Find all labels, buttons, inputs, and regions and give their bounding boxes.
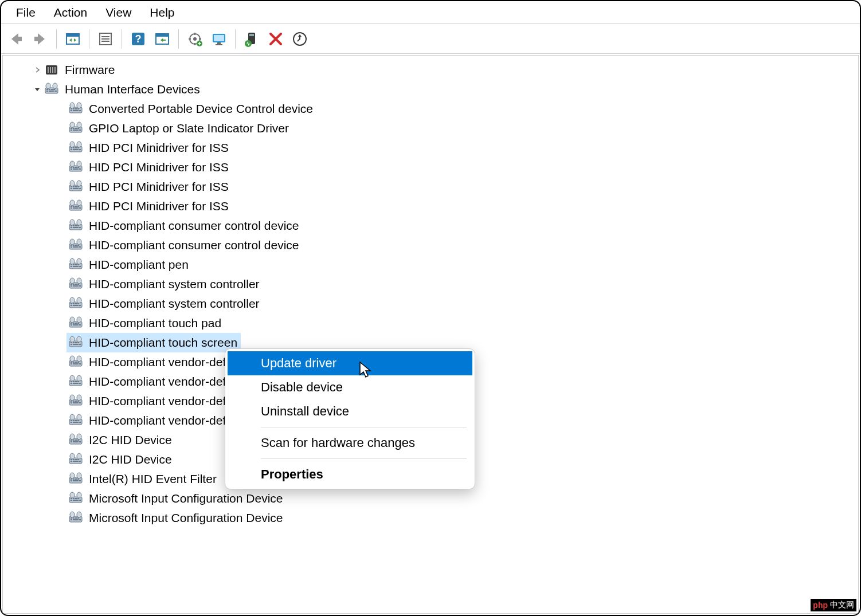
svg-rect-180	[75, 381, 77, 382]
tree-device-item[interactable]: HID-compliant system controller	[3, 294, 858, 313]
forward-button[interactable]	[31, 30, 49, 48]
context-menu-item[interactable]: Update driver	[228, 351, 472, 375]
svg-rect-70	[75, 167, 77, 168]
tree-device-item[interactable]: HID-compliant consumer control device	[3, 216, 858, 236]
svg-rect-224	[79, 461, 81, 462]
context-menu-separator	[261, 427, 467, 427]
hid-device-icon	[68, 374, 83, 389]
tree-device-item[interactable]: HID-compliant touch screen	[66, 333, 241, 352]
back-button[interactable]	[7, 30, 25, 48]
chevron-right-icon[interactable]	[32, 64, 43, 76]
svg-rect-172	[71, 363, 72, 364]
svg-point-115	[70, 239, 75, 245]
svg-rect-204	[79, 422, 81, 423]
tree-device-item[interactable]: HID-compliant consumer control device	[3, 236, 858, 255]
refresh-button[interactable]	[153, 30, 171, 48]
svg-rect-142	[71, 305, 72, 306]
tree-device-item[interactable]: GPIO Laptop or Slate Indicator Driver	[3, 119, 858, 138]
svg-point-146	[77, 297, 81, 303]
svg-point-246	[77, 492, 81, 498]
svg-rect-102	[71, 227, 72, 228]
svg-point-196	[77, 395, 81, 401]
svg-rect-182	[71, 383, 72, 384]
svg-rect-133	[73, 285, 79, 287]
svg-point-145	[70, 297, 75, 303]
help-button[interactable]: ?	[129, 30, 147, 48]
svg-rect-163	[73, 344, 79, 345]
svg-rect-23	[48, 67, 49, 73]
svg-point-66	[77, 142, 81, 147]
svg-rect-213	[73, 441, 79, 442]
svg-rect-113	[73, 246, 79, 248]
svg-rect-143	[73, 305, 79, 306]
svg-rect-144	[79, 305, 81, 306]
tree-device-item[interactable]: HID-compliant system controller	[3, 274, 858, 294]
menu-view[interactable]: View	[96, 3, 140, 22]
svg-point-205	[70, 414, 75, 420]
tree-device-label: HID PCI Minidriver for ISS	[89, 180, 229, 194]
watermark-left: php	[813, 601, 828, 610]
properties-button[interactable]	[96, 30, 115, 48]
svg-point-176	[77, 356, 81, 362]
hid-device-icon	[68, 101, 83, 116]
svg-rect-139	[73, 303, 75, 304]
svg-rect-39	[73, 108, 75, 109]
svg-point-256	[77, 512, 81, 517]
tree-device-item[interactable]: HID PCI Minidriver for ISS	[3, 177, 858, 197]
context-menu-item[interactable]: Disable device	[228, 375, 472, 399]
context-menu-item[interactable]: Uninstall device	[228, 399, 472, 423]
disable-device-button[interactable]	[267, 30, 285, 48]
svg-rect-60	[75, 147, 77, 148]
tree-device-item[interactable]: Microsoft Input Configuration Device	[3, 508, 858, 528]
menu-help[interactable]: Help	[140, 3, 183, 22]
svg-point-85	[70, 181, 75, 186]
hid-device-icon	[68, 277, 83, 292]
hid-device-icon	[68, 179, 83, 194]
svg-point-95	[70, 200, 75, 206]
svg-rect-194	[79, 402, 81, 403]
context-menu-item[interactable]: Scan for hardware changes	[228, 431, 472, 455]
show-hide-tree-button[interactable]	[64, 30, 82, 48]
hid-device-icon	[68, 472, 83, 486]
tree-device-item[interactable]: HID PCI Minidriver for ISS	[3, 197, 858, 216]
svg-rect-183	[73, 383, 79, 384]
svg-rect-99	[73, 225, 75, 226]
tree-device-item[interactable]: HID PCI Minidriver for ISS	[3, 138, 858, 158]
svg-point-65	[70, 142, 75, 147]
scan-hardware-button[interactable]	[291, 30, 309, 48]
svg-rect-233	[73, 480, 79, 481]
device-tree-panel: FirmwareHuman Interface DevicesConverted…	[2, 55, 859, 614]
tree-device-item[interactable]: Microsoft Input Configuration Device	[3, 489, 858, 508]
chevron-down-icon[interactable]	[32, 84, 43, 95]
update-driver-button[interactable]	[186, 30, 204, 48]
svg-rect-63	[73, 149, 79, 150]
svg-rect-203	[73, 422, 79, 423]
monitor-icon[interactable]	[210, 30, 228, 48]
tree-category-hid[interactable]: Human Interface Devices	[3, 80, 858, 99]
hid-device-icon	[68, 394, 83, 409]
svg-rect-210	[75, 440, 77, 441]
svg-point-135	[70, 278, 75, 284]
svg-rect-214	[79, 441, 81, 442]
svg-rect-43	[73, 110, 79, 111]
svg-rect-53	[73, 130, 79, 131]
menu-action[interactable]: Action	[45, 3, 96, 22]
svg-point-76	[77, 161, 81, 167]
hid-device-icon	[68, 355, 83, 370]
context-menu-item[interactable]: Properties	[228, 462, 472, 486]
tree-device-item[interactable]: Converted Portable Device Control device	[3, 99, 858, 119]
tree-device-item[interactable]: HID-compliant pen	[3, 255, 858, 274]
svg-point-216	[77, 434, 81, 440]
tree-device-item[interactable]: HID PCI Minidriver for ISS	[3, 158, 858, 177]
enable-device-button[interactable]	[242, 30, 261, 48]
menu-file[interactable]: File	[7, 3, 45, 22]
tree-device-item[interactable]: HID-compliant touch pad	[3, 313, 858, 333]
tree-category-firmware[interactable]: Firmware	[3, 60, 858, 80]
hid-device-icon	[68, 257, 83, 272]
svg-rect-149	[73, 323, 75, 324]
svg-point-215	[70, 434, 75, 440]
tree-device-label: HID-compliant touch pad	[89, 316, 221, 330]
svg-rect-212	[71, 441, 72, 442]
svg-rect-153	[73, 324, 79, 325]
svg-rect-123	[73, 266, 79, 267]
